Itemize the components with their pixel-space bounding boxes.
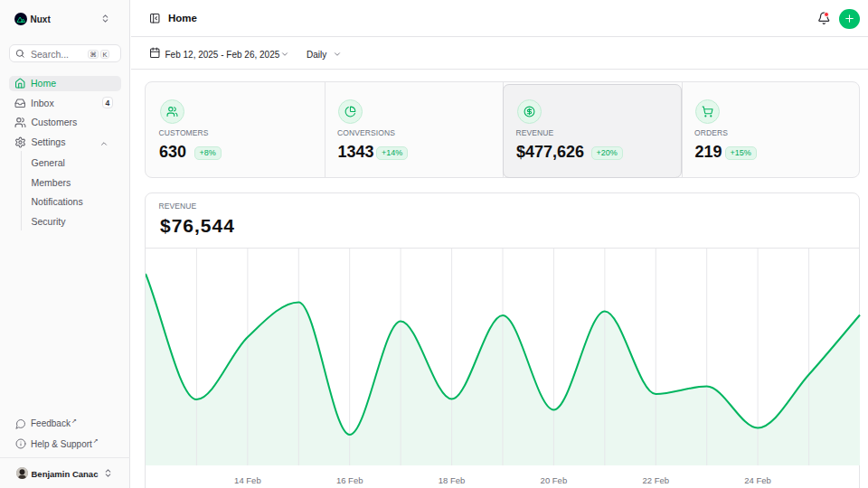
svg-text:16 Feb: 16 Feb	[335, 475, 363, 485]
svg-text:22 Feb: 22 Feb	[642, 475, 669, 485]
svg-text:18 Feb: 18 Feb	[438, 475, 465, 485]
svg-text:24 Feb: 24 Feb	[744, 475, 771, 485]
svg-text:14 Feb: 14 Feb	[234, 475, 261, 485]
svg-text:20 Feb: 20 Feb	[540, 475, 567, 485]
